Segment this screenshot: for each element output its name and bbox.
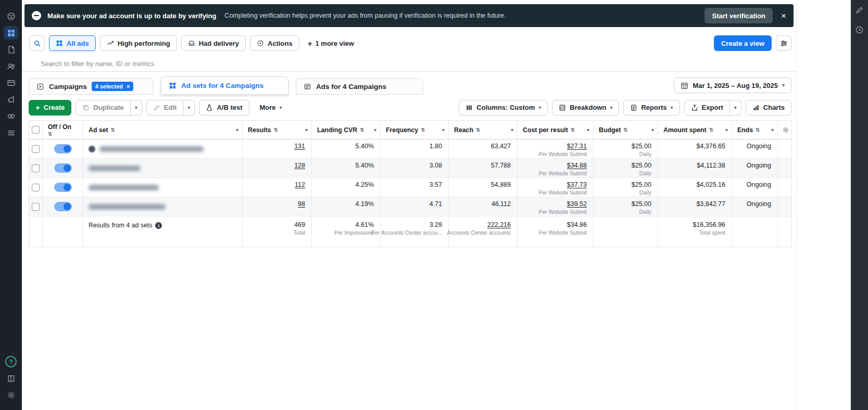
results-link[interactable]: 128 — [294, 162, 305, 169]
chevron-down-icon[interactable]: ▾ — [305, 127, 308, 133]
results-link[interactable]: 131 — [294, 143, 305, 150]
column-header-budget[interactable]: Budget⇅ ▾ — [594, 121, 658, 139]
pencil-icon[interactable] — [852, 3, 867, 17]
table-row: 112 4.25% 3.57 54,889 $37.73Per Website … — [29, 178, 791, 197]
row-checkbox[interactable] — [32, 145, 40, 153]
cost-per-result-link[interactable]: $27.31 — [567, 143, 587, 150]
left-nav-rail: ? — [0, 0, 22, 410]
clock-icon[interactable] — [852, 23, 867, 36]
cost-per-result-link[interactable]: $39.52 — [567, 200, 587, 208]
chevron-down-icon[interactable]: ▾ — [587, 127, 589, 133]
row-checkbox[interactable] — [32, 184, 40, 191]
adset-name-cell[interactable] — [83, 197, 243, 216]
view-settings-button[interactable] — [776, 35, 791, 51]
select-all-checkbox[interactable] — [32, 126, 40, 134]
column-header-results[interactable]: Results⇅ ▾ — [243, 121, 312, 139]
breakdown-button[interactable]: Breakdown ▾ — [552, 100, 619, 116]
megaphone-icon[interactable] — [4, 93, 18, 106]
view-pill-high-performing[interactable]: High performing — [100, 35, 177, 51]
ab-test-button[interactable]: A/B test — [199, 100, 249, 116]
summary-landing-cvr-sub: Per Impressions — [334, 229, 374, 236]
more-button[interactable]: More ▾ — [254, 100, 288, 116]
reports-button[interactable]: Reports ▾ — [623, 100, 680, 116]
sort-icon: ⇅ — [756, 127, 760, 133]
view-pill-all-ads[interactable]: All ads — [49, 35, 96, 51]
more-view-button[interactable]: + 1 more view — [304, 40, 358, 47]
view-pill-actions[interactable]: Actions — [250, 35, 299, 51]
close-icon[interactable]: × — [781, 11, 786, 20]
summary-reach-link[interactable]: 222,216 — [487, 221, 511, 228]
duplicate-split-button: Duplicate ▾ — [76, 100, 142, 116]
pages-icon[interactable] — [4, 43, 18, 56]
adset-toggle[interactable] — [54, 183, 72, 192]
help-icon[interactable]: ? — [5, 356, 17, 367]
adset-name-cell[interactable] — [83, 159, 243, 177]
banner-title: Make sure your ad account is up to date … — [47, 12, 216, 20]
bar-chart-icon — [752, 104, 760, 111]
adset-name-cell[interactable] — [83, 178, 243, 197]
tab-ads[interactable]: Ads for 4 Campaigns — [296, 78, 423, 95]
toolbar-right-group: Columns: Custom ▾ Breakdown ▾ Reports ▾ — [459, 100, 791, 116]
cost-per-result-link[interactable]: $37.73 — [567, 181, 587, 188]
results-link[interactable]: 98 — [298, 200, 305, 208]
actions-toolbar: + Create Duplicate ▾ Edit ▾ A/B test — [29, 99, 791, 116]
column-header-landing-cvr[interactable]: Landing CVR⇅ ▾ — [312, 121, 381, 139]
edit-dropdown[interactable]: ▾ — [183, 100, 195, 116]
column-header-reach[interactable]: Reach⇅ ▾ — [449, 121, 518, 139]
chevron-down-icon[interactable]: ▾ — [374, 127, 376, 133]
home-icon[interactable] — [4, 9, 18, 23]
create-a-view-button[interactable]: Create a view — [714, 35, 772, 51]
column-label: Budget — [599, 126, 621, 134]
tab-campaigns[interactable]: Campaigns 4 selected × — [29, 78, 154, 95]
campaigns-nav-icon[interactable] — [4, 26, 18, 40]
column-header-frequency[interactable]: Frequency⇅ ▾ — [381, 121, 449, 139]
column-header-ends[interactable]: Ends⇅ ▾ — [732, 121, 778, 139]
chevron-down-icon[interactable]: ▾ — [511, 127, 513, 133]
chevron-down-icon[interactable]: ▾ — [651, 127, 654, 133]
chevron-down-icon[interactable]: ▾ — [442, 127, 445, 133]
date-range-picker[interactable]: Mar 1, 2025 – Aug 19, 2025 ▾ — [674, 78, 791, 93]
column-header-amount-spent[interactable]: Amount spent⇅ ▾ — [658, 121, 732, 139]
billing-icon[interactable] — [4, 76, 18, 89]
landing-cvr-value: 5.40% — [356, 143, 374, 150]
selected-badge[interactable]: 4 selected × — [92, 82, 134, 91]
adset-toggle[interactable] — [54, 163, 72, 173]
reach-value: 63,427 — [491, 143, 511, 150]
adset-name-cell[interactable] — [83, 139, 243, 158]
export-dropdown[interactable]: ▾ — [730, 100, 741, 116]
adset-toggle[interactable] — [54, 144, 72, 153]
reach-value: 46,112 — [492, 200, 511, 208]
column-header-off-on[interactable]: Off / On ⇅ — [43, 121, 83, 139]
columns-button[interactable]: Columns: Custom ▾ — [459, 100, 548, 116]
chevron-down-icon[interactable]: ▾ — [725, 127, 728, 133]
row-checkbox[interactable] — [32, 203, 40, 211]
guide-icon[interactable] — [4, 371, 18, 385]
search-views-button[interactable] — [29, 35, 45, 51]
duplicate-button[interactable]: Duplicate — [76, 100, 131, 116]
settings-icon[interactable] — [4, 388, 18, 402]
info-icon[interactable]: i — [155, 222, 162, 229]
summary-cost-sub: Per Website Submit — [538, 229, 587, 236]
chevron-down-icon[interactable]: ▾ — [771, 127, 774, 133]
search-filter-input[interactable] — [41, 60, 374, 68]
cost-per-result-link[interactable]: $34.88 — [567, 162, 587, 169]
all-tools-icon[interactable] — [4, 126, 18, 139]
charts-button[interactable]: Charts — [746, 100, 791, 116]
audiences-icon[interactable] — [4, 59, 18, 73]
results-link[interactable]: 112 — [295, 181, 305, 188]
tab-ad-sets[interactable]: Ad sets for 4 Campaigns — [161, 76, 288, 95]
view-pill-had-delivery[interactable]: Had delivery — [181, 35, 246, 51]
row-checkbox[interactable] — [32, 164, 40, 172]
adset-toggle[interactable] — [54, 202, 72, 211]
start-verification-button[interactable]: Start verification — [705, 8, 773, 23]
edit-button[interactable]: Edit — [146, 100, 184, 116]
column-header-ad-set[interactable]: Ad set⇅ ▾ — [83, 121, 243, 139]
column-header-cost-per-result[interactable]: Cost per result⇅ ▾ — [518, 121, 594, 139]
export-button[interactable]: Export — [684, 100, 730, 116]
create-button[interactable]: + Create — [29, 100, 71, 116]
connections-icon[interactable] — [4, 109, 18, 123]
clear-selection-icon[interactable]: × — [127, 83, 130, 89]
chevron-down-icon[interactable]: ▾ — [236, 127, 238, 133]
table-settings-gear-icon[interactable] — [778, 121, 794, 139]
duplicate-dropdown[interactable]: ▾ — [131, 100, 142, 116]
